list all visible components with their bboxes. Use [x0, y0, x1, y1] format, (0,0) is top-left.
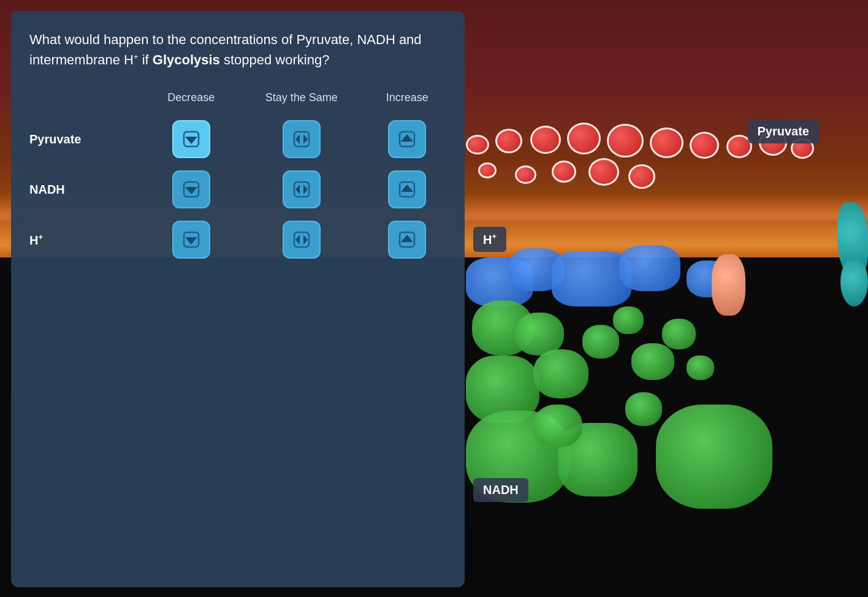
answer-table: Decrease Stay the Same Increase Pyruvate [29, 91, 446, 265]
svg-marker-18 [303, 235, 308, 245]
svg-marker-17 [295, 235, 300, 245]
svg-marker-4 [303, 134, 308, 144]
svg-rect-0 [184, 132, 199, 146]
nadh-increase-button[interactable] [388, 170, 426, 208]
col-header-molecule [29, 91, 148, 114]
col-header-increase: Increase [368, 91, 446, 114]
svg-marker-3 [295, 134, 300, 144]
teal-protein-bottom [840, 257, 868, 306]
svg-rect-12 [400, 182, 414, 197]
hplus-increase-button[interactable] [388, 221, 426, 259]
table-row: NADH [29, 164, 446, 215]
pyruvate-label: Pyruvate [748, 120, 820, 143]
svg-marker-6 [401, 134, 413, 142]
svg-rect-9 [294, 182, 309, 197]
svg-rect-19 [400, 232, 414, 247]
svg-rect-5 [400, 132, 414, 146]
table-row: H+ [29, 215, 446, 265]
svg-rect-16 [294, 232, 309, 247]
table-row: Pyruvate [29, 114, 446, 164]
svg-marker-8 [185, 187, 197, 194]
hplus-decrease-button[interactable] [172, 221, 210, 259]
pyruvate-decrease-button[interactable] [172, 120, 210, 158]
nadh-same-button[interactable] [283, 170, 321, 208]
hplus-same-button[interactable] [283, 221, 321, 259]
svg-marker-13 [401, 184, 413, 192]
svg-marker-20 [401, 235, 413, 242]
pyruvate-increase-button[interactable] [388, 120, 426, 158]
question-text: What would happen to the concentrations … [29, 29, 446, 70]
svg-marker-10 [295, 184, 300, 194]
col-header-decrease: Decrease [148, 91, 235, 114]
svg-rect-14 [184, 232, 199, 247]
nadh-decrease-button[interactable] [172, 170, 210, 208]
molecule-label-pyruvate: Pyruvate [29, 114, 148, 164]
svg-marker-11 [303, 184, 308, 194]
nadh-label: NADH [473, 478, 528, 502]
svg-rect-7 [184, 182, 199, 197]
molecule-label-hplus: H+ [29, 215, 148, 265]
quiz-panel: What would happen to the concentrations … [11, 11, 465, 587]
col-header-stay-same: Stay the Same [235, 91, 368, 114]
molecule-label-nadh: NADH [29, 164, 148, 215]
pyruvate-same-button[interactable] [283, 120, 321, 158]
svg-marker-1 [185, 137, 197, 144]
svg-marker-15 [185, 237, 197, 245]
svg-rect-2 [294, 132, 309, 146]
